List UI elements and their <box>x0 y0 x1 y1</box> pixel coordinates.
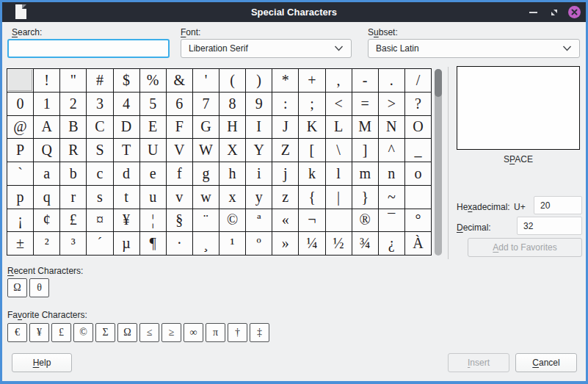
char-cell[interactable]: H <box>219 116 245 139</box>
char-cell[interactable]: z <box>272 186 298 209</box>
char-cell[interactable]: 4 <box>114 93 139 115</box>
char-cell[interactable]: ( <box>219 69 245 92</box>
char-box[interactable]: € <box>7 323 27 342</box>
char-cell[interactable]: B <box>60 116 86 139</box>
char-cell[interactable]: + <box>299 69 324 92</box>
subset-dropdown[interactable]: Basic Latin <box>368 39 580 58</box>
char-cell[interactable] <box>7 69 33 92</box>
char-cell[interactable]: } <box>352 186 378 209</box>
char-cell[interactable]: 8 <box>219 93 245 115</box>
char-cell[interactable]: - <box>352 69 378 92</box>
char-cell[interactable]: M <box>352 116 378 139</box>
char-cell[interactable] <box>405 186 431 209</box>
char-cell[interactable]: « <box>272 209 298 232</box>
char-cell[interactable]: ~ <box>379 186 404 209</box>
char-cell[interactable]: ' <box>193 69 219 92</box>
char-cell[interactable]: _ <box>405 139 431 162</box>
cancel-button[interactable]: Cancel <box>515 353 577 372</box>
char-cell[interactable]: © <box>219 209 245 232</box>
char-cell[interactable]: h <box>219 162 245 185</box>
char-cell[interactable]: ¿ <box>379 232 404 255</box>
char-box[interactable]: θ <box>29 278 49 297</box>
char-cell[interactable]: u <box>140 186 166 209</box>
char-cell[interactable]: I <box>246 116 272 139</box>
char-box[interactable]: £ <box>51 323 71 342</box>
char-cell[interactable]: s <box>87 186 112 209</box>
search-input[interactable] <box>7 39 170 58</box>
char-cell[interactable]: Q <box>34 139 59 162</box>
char-cell[interactable]: ^ <box>379 139 404 162</box>
char-cell[interactable]: , <box>326 69 352 92</box>
char-cell[interactable]: ¦ <box>140 209 166 232</box>
char-cell[interactable]: c <box>87 162 112 185</box>
char-cell[interactable]: Y <box>246 139 272 162</box>
char-cell[interactable]: [ <box>299 139 324 162</box>
char-cell[interactable]: ¯ <box>379 209 404 232</box>
char-cell[interactable]: Z <box>272 139 298 162</box>
char-cell[interactable]: F <box>167 116 192 139</box>
char-cell[interactable]: x <box>219 186 245 209</box>
char-cell[interactable]: = <box>352 93 378 115</box>
char-cell[interactable]: ¬ <box>299 209 324 232</box>
char-cell[interactable]: ¤ <box>87 209 112 232</box>
grid-scrollbar[interactable] <box>435 69 442 256</box>
char-cell[interactable]: ³ <box>60 232 86 255</box>
char-cell[interactable]: n <box>379 162 404 185</box>
char-cell[interactable]: C <box>87 116 112 139</box>
char-cell[interactable]: ª <box>246 209 272 232</box>
char-box[interactable]: © <box>73 323 93 342</box>
char-cell[interactable]: | <box>326 186 352 209</box>
char-cell[interactable]: ¨ <box>193 209 219 232</box>
char-cell[interactable]: ® <box>352 209 378 232</box>
insert-button[interactable]: Insert <box>448 353 509 372</box>
char-cell[interactable]: : <box>272 93 298 115</box>
char-cell[interactable]: º <box>246 232 272 255</box>
hexadecimal-input[interactable] <box>534 196 582 214</box>
char-cell[interactable]: ] <box>352 139 378 162</box>
char-cell[interactable]: S <box>87 139 112 162</box>
char-cell[interactable]: o <box>405 162 431 185</box>
char-cell[interactable]: \ <box>326 139 352 162</box>
char-cell[interactable]: 6 <box>167 93 192 115</box>
close-button[interactable] <box>568 6 581 18</box>
char-cell[interactable]: » <box>272 232 298 255</box>
char-cell[interactable]: k <box>299 162 324 185</box>
char-cell[interactable]: J <box>272 116 298 139</box>
char-cell[interactable]: i <box>246 162 272 185</box>
char-cell[interactable]: l <box>326 162 352 185</box>
char-cell[interactable]: f <box>167 162 192 185</box>
char-cell[interactable]: t <box>114 186 139 209</box>
char-cell[interactable]: % <box>140 69 166 92</box>
add-to-favorites-button[interactable]: Add to Favorites <box>468 238 582 257</box>
char-cell[interactable]: 5 <box>140 93 166 115</box>
char-cell[interactable]: ; <box>299 93 324 115</box>
char-cell[interactable]: A <box>34 116 59 139</box>
char-cell[interactable]: ½ <box>326 232 352 255</box>
char-cell[interactable]: / <box>405 69 431 92</box>
char-cell[interactable]: e <box>140 162 166 185</box>
char-cell[interactable]: µ <box>114 232 139 255</box>
minimize-button[interactable] <box>527 6 540 18</box>
scrollbar-thumb[interactable] <box>435 69 442 97</box>
char-cell[interactable]: { <box>299 186 324 209</box>
char-cell[interactable]: X <box>219 139 245 162</box>
char-cell[interactable]: ¸ <box>193 232 219 255</box>
char-cell[interactable]: . <box>379 69 404 92</box>
char-cell[interactable]: 7 <box>193 93 219 115</box>
char-cell[interactable]: D <box>114 116 139 139</box>
char-cell[interactable]: E <box>140 116 166 139</box>
char-cell[interactable]: 9 <box>246 93 272 115</box>
char-cell[interactable]: @ <box>7 116 33 139</box>
char-cell[interactable]: · <box>167 232 192 255</box>
char-cell[interactable]: j <box>272 162 298 185</box>
char-box[interactable]: Ω <box>117 323 137 342</box>
char-cell[interactable]: # <box>87 69 112 92</box>
char-cell[interactable]: ¶ <box>140 232 166 255</box>
char-cell[interactable]: ² <box>34 232 59 255</box>
char-cell[interactable]: ± <box>7 232 33 255</box>
char-cell[interactable] <box>326 209 352 232</box>
char-cell[interactable]: $ <box>114 69 139 92</box>
char-cell[interactable]: q <box>34 186 59 209</box>
font-dropdown[interactable]: Liberation Serif <box>181 39 352 58</box>
char-cell[interactable]: U <box>140 139 166 162</box>
